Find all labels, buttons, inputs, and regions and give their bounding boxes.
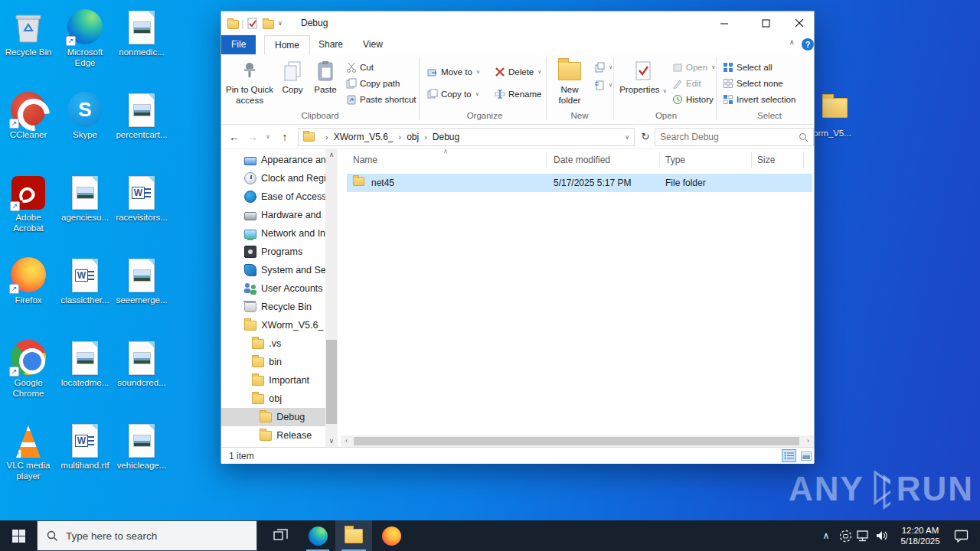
search-input[interactable] <box>660 132 799 142</box>
cut-button[interactable]: Cut <box>345 59 374 75</box>
tab-share[interactable]: Share <box>309 35 353 54</box>
new-item-button[interactable]: ∨ <box>593 59 612 75</box>
properties-button[interactable]: Properties ∨ <box>619 57 667 96</box>
tree-item-programs[interactable]: Programs <box>221 243 325 261</box>
tree-scrollbar[interactable]: ∧ ∨ <box>325 149 338 447</box>
desktop-icon-racevisitors[interactable]: W racevisitors... <box>113 171 170 223</box>
desktop-icon-seeemerge[interactable]: seeemerge... <box>113 254 170 305</box>
taskbar-clock[interactable]: 12:20 AM 5/18/2025 <box>894 520 946 551</box>
desktop-icon-agenciesu[interactable]: agenciesu... <box>57 171 113 223</box>
move-to-button[interactable]: Move to∨ <box>426 64 480 80</box>
desktop-icon-xworm-folder[interactable] <box>822 98 848 118</box>
scroll-right-icon[interactable]: › <box>802 435 814 447</box>
back-button[interactable]: ← <box>226 125 243 149</box>
desktop-icon-firefox[interactable]: ↗ Firefox <box>0 254 57 305</box>
desktop-icon-recycle-bin[interactable]: Recycle Bin <box>0 6 57 57</box>
qat-folder-icon[interactable] <box>227 18 239 29</box>
tab-home[interactable]: Home <box>264 35 310 54</box>
tree-item-network[interactable]: Network and In <box>221 224 325 243</box>
history-button[interactable]: History <box>671 91 714 107</box>
tab-file[interactable]: File <box>221 35 256 54</box>
tray-network-icon[interactable] <box>854 520 873 551</box>
desktop-icon-acrobat[interactable]: ↗ Adobe Acrobat <box>0 171 57 234</box>
thumbnails-view-button[interactable] <box>799 449 813 462</box>
tray-volume-icon[interactable] <box>873 520 891 551</box>
tab-view[interactable]: View <box>353 35 393 54</box>
close-button[interactable] <box>785 12 815 34</box>
tree-item-obj[interactable]: obj <box>221 390 325 408</box>
open-button[interactable]: Open∨ <box>671 59 715 75</box>
column-header-type[interactable]: Type <box>665 150 685 170</box>
up-button[interactable]: ↑ <box>276 125 293 149</box>
address-box[interactable]: › XWorm_V5.6_ › obj › Debug ∨ <box>298 128 635 146</box>
tree-item-system[interactable]: System and Se <box>221 261 325 279</box>
select-none-button[interactable]: Select none <box>722 75 783 91</box>
collapse-ribbon-icon[interactable]: ∧ <box>789 38 795 46</box>
file-row-net45[interactable]: net45 5/17/2025 5:17 PM File folder <box>347 174 812 192</box>
column-header-name[interactable]: Name <box>353 150 377 170</box>
qat-dropdown-icon[interactable]: ∨ <box>278 20 283 27</box>
paste-button[interactable]: Paste <box>309 57 342 96</box>
scroll-up-icon[interactable]: ∧ <box>325 149 338 161</box>
breadcrumb-item[interactable]: XWorm_V5.6_ <box>334 132 394 142</box>
taskbar-search-input[interactable] <box>66 530 247 542</box>
taskbar-firefox-button[interactable] <box>374 520 409 551</box>
invert-selection-button[interactable]: Invert selection <box>722 91 795 107</box>
scrollbar-thumb[interactable] <box>326 340 337 424</box>
tree-item-debug[interactable]: Debug <box>221 408 325 426</box>
edit-button[interactable]: Edit <box>671 75 701 91</box>
desktop-icon-soundcred[interactable]: soundcred... <box>113 337 170 388</box>
tree-item-user-accounts[interactable]: User Accounts <box>221 279 325 298</box>
scroll-left-icon[interactable]: ‹ <box>341 435 352 447</box>
desktop-icon-vlc[interactable]: ↗ VLC media player <box>0 419 57 482</box>
column-divider[interactable] <box>546 152 547 168</box>
desktop-icon-ccleaner[interactable]: ↗ CCleaner <box>0 89 57 140</box>
taskbar-search[interactable] <box>37 520 257 551</box>
copy-to-button[interactable]: Copy to∨ <box>426 86 479 102</box>
column-header-size[interactable]: Size <box>757 150 775 170</box>
paste-shortcut-button[interactable]: Paste shortcut <box>345 91 416 107</box>
tree-item-release[interactable]: Release <box>221 426 325 445</box>
scroll-down-icon[interactable]: ∨ <box>325 435 338 447</box>
minimize-button[interactable] <box>705 12 743 34</box>
tree-item-appearance[interactable]: Appearance an <box>221 151 325 169</box>
desktop-icon-vehicleage[interactable]: vehicleage... <box>113 419 170 471</box>
desktop-icon-skype[interactable]: S Skype <box>57 89 113 140</box>
taskbar-edge-button[interactable] <box>300 520 335 551</box>
column-divider[interactable] <box>659 152 660 168</box>
desktop-icon-locatedme[interactable]: locatedme... <box>57 337 113 388</box>
tree-item-vs[interactable]: .vs <box>221 334 325 353</box>
easy-access-button[interactable]: ∨ <box>593 77 612 93</box>
qat-newfolder-icon[interactable] <box>263 18 274 29</box>
rename-button[interactable]: Rename <box>494 86 541 102</box>
tree-item-bin[interactable]: bin <box>221 353 325 371</box>
pin-to-quick-access-button[interactable]: Pin to Quick access <box>224 57 275 106</box>
action-center-button[interactable] <box>948 520 974 551</box>
copy-button[interactable]: Copy <box>276 57 309 96</box>
desktop-icon-classicther[interactable]: W classicther... <box>57 254 113 305</box>
tree-item-ease-of-access[interactable]: Ease of Access <box>221 187 325 206</box>
column-divider[interactable] <box>751 152 752 168</box>
maximize-button[interactable] <box>746 12 785 34</box>
desktop-icon-nonmedic[interactable]: nonmedic... <box>113 6 170 57</box>
help-icon[interactable]: ? <box>802 38 814 51</box>
tree-item-clock[interactable]: Clock and Regi <box>221 169 325 187</box>
delete-button[interactable]: Delete∨ <box>494 64 541 80</box>
copy-path-button[interactable]: Copy path <box>345 75 400 91</box>
start-button[interactable] <box>0 520 37 551</box>
details-view-button[interactable] <box>782 449 796 462</box>
breadcrumb-item[interactable]: obj <box>407 132 419 142</box>
recent-locations-dropdown-icon[interactable]: ∨ <box>263 125 273 149</box>
qat-properties-icon[interactable] <box>247 18 257 31</box>
breadcrumb-item[interactable]: Debug <box>433 132 459 142</box>
forward-button[interactable]: → <box>244 125 261 149</box>
taskbar-explorer-button[interactable] <box>335 520 372 551</box>
column-header-date-modified[interactable]: Date modified <box>554 150 610 170</box>
column-divider[interactable] <box>803 152 804 168</box>
tray-meet-now-icon[interactable] <box>836 520 854 551</box>
select-all-button[interactable]: Select all <box>722 59 773 75</box>
scrollbar-thumb[interactable] <box>354 437 799 445</box>
tree-item-xworm[interactable]: XWorm_V5.6_ <box>221 316 325 334</box>
desktop-icon-multihand[interactable]: W multihand.rtf <box>57 419 113 471</box>
tree-item-important[interactable]: Important <box>221 371 325 390</box>
